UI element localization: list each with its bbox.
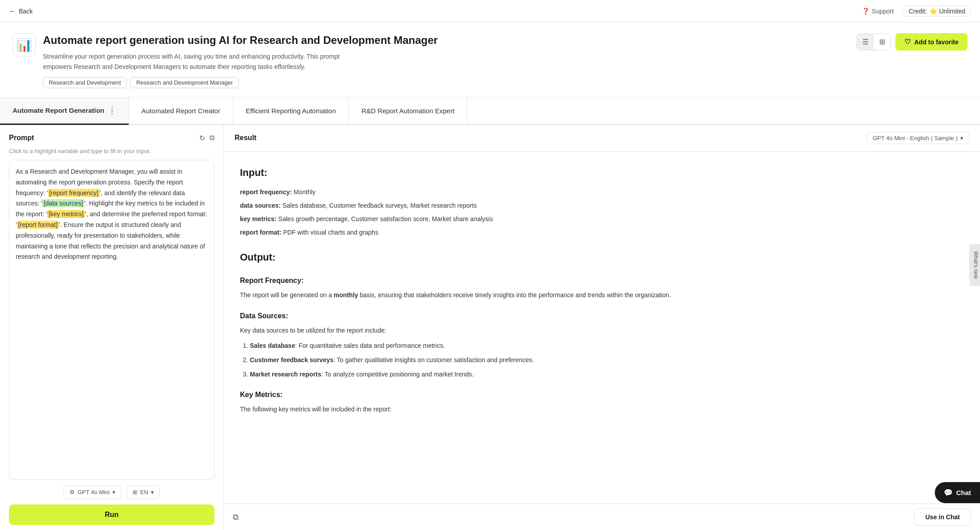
tag-manager[interactable]: Research and Development Manager [130, 77, 239, 88]
lang-selector[interactable]: ⊞ EN ▾ [127, 485, 160, 499]
main-layout: Prompt ↻ ⧉ Click to a highlight variable… [0, 125, 980, 530]
tabs-row: Automate Report Generation ⋮ Automated R… [0, 98, 980, 125]
refresh-button[interactable]: ↻ [199, 134, 205, 142]
var-report-frequency[interactable]: [report frequency] [48, 189, 100, 197]
copy-prompt-button[interactable]: ⧉ [210, 134, 214, 142]
input-val-keymetrics: Sales growth percentage, Customer satisf… [278, 215, 493, 222]
page-title: Automate report generation using AI for … [43, 33, 438, 47]
nav-right: ❓ Support Credit: ⭐ Unlimited [862, 5, 971, 17]
prompt-title-actions: ↻ ⧉ [199, 134, 214, 142]
data-sources-list: Sales database: For quantitative sales d… [240, 341, 964, 380]
tab-automated-report-creator[interactable]: Automated Report Creator [129, 98, 233, 124]
tags-row: Research and Development Research and De… [43, 77, 438, 88]
fav-label: Add to favorite [914, 38, 959, 46]
back-arrow-icon: ← [9, 7, 16, 15]
lang-label: EN [140, 489, 148, 496]
app-icon: 📊 [13, 33, 36, 56]
list-item: Sales database: For quantitative sales d… [250, 341, 964, 351]
report-frequency-body: The report will be generated on a monthl… [240, 290, 964, 301]
tab-label-creator: Automated Report Creator [141, 107, 220, 115]
use-chat-label: Use in Chat [925, 513, 960, 521]
key-metrics-heading: Key Metrics: [240, 389, 964, 401]
header-section: 📊 Automate report generation using AI fo… [0, 22, 980, 98]
var-key-metrics[interactable]: [key metrics] [47, 210, 85, 218]
bottom-bar: ⧉ Use in Chat [224, 504, 980, 530]
header-actions: ☰ ⊞ ♡ Add to favorite [856, 33, 967, 51]
tab-efficient-reporting[interactable]: Efficient Reporting Automation [233, 98, 349, 124]
prompt-title-label: Prompt [9, 134, 34, 142]
input-key-format: report format: [240, 229, 282, 236]
result-model-label: GPT 4o Mini - English ( Sample ) [873, 135, 958, 141]
heart-icon: ♡ [904, 38, 911, 46]
prompt-panel: Prompt ↻ ⧉ Click to a highlight variable… [0, 125, 224, 530]
star-icon: ⭐ [929, 8, 937, 15]
top-nav: ← Back ❓ Support Credit: ⭐ Unlimited [0, 0, 980, 22]
list-item: Customer feedback surveys: To gather qua… [250, 355, 964, 366]
model-chevron-icon: ▾ [112, 489, 116, 496]
report-frequency-heading: Report Frequency: [240, 274, 964, 286]
var-data-sources[interactable]: [data sources] [42, 199, 84, 207]
copy-result-button[interactable]: ⧉ [233, 513, 239, 522]
model-icon: ⚙ [69, 489, 75, 496]
use-in-chat-button[interactable]: Use in Chat [914, 509, 971, 526]
result-model-badge[interactable]: GPT 4o Mini - English ( Sample ) ▾ [867, 132, 969, 144]
credit-badge: Credit: ⭐ Unlimited [903, 5, 971, 17]
input-row-frequency: report frequency: Monthly [240, 187, 964, 198]
key-metrics-intro: The following key metrics will be includ… [240, 404, 964, 415]
app-icon-emoji: 📊 [17, 38, 32, 52]
input-val-frequency: Monthly [294, 188, 316, 196]
chat-icon: 💬 [944, 488, 953, 497]
lang-grid-icon: ⊞ [133, 489, 137, 496]
input-key-frequency: report frequency: [240, 188, 292, 196]
tag-research[interactable]: Research and Development [43, 77, 127, 88]
back-button[interactable]: ← Back [9, 7, 33, 15]
add-to-favorite-button[interactable]: ♡ Add to favorite [895, 33, 967, 51]
tab-label-efficient: Efficient Reporting Automation [246, 107, 336, 115]
lang-chevron-icon: ▾ [151, 489, 154, 496]
back-label: Back [19, 8, 33, 15]
var-report-format[interactable]: [report format] [17, 221, 59, 229]
run-button[interactable]: Run [9, 504, 214, 525]
input-heading: Input: [240, 164, 964, 181]
prompt-textarea[interactable]: As a Research and Development Manager, y… [9, 160, 214, 480]
list-view-button[interactable]: ☰ [857, 34, 874, 50]
view-toggle: ☰ ⊞ [856, 34, 891, 50]
page-description: Streamline your report generation proces… [43, 51, 356, 72]
chat-bubble[interactable]: 💬 Chat [935, 482, 980, 503]
prompt-footer: ⚙ GPT 4o Mini ▾ ⊞ EN ▾ [9, 485, 214, 499]
input-row-format: report format: PDF with visual charts an… [240, 227, 964, 238]
run-label: Run [105, 511, 119, 518]
result-title: Result [235, 134, 257, 142]
grid-view-button[interactable]: ⊞ [874, 34, 890, 50]
tab-rd-expert[interactable]: R&D Report Automation Expert [349, 98, 467, 124]
support-icon: ❓ [862, 8, 869, 15]
result-panel: Result GPT 4o Mini - English ( Sample ) … [224, 125, 980, 530]
support-link[interactable]: ❓ Support [862, 8, 894, 15]
model-label: GPT 4o Mini [77, 489, 110, 496]
result-model-chevron-icon: ▾ [960, 135, 963, 141]
input-row-keymetrics: key metrics: Sales growth percentage, Cu… [240, 214, 964, 225]
input-val-datasources: Sales database, Customer feedback survey… [282, 202, 477, 209]
input-row-datasources: data sources: Sales database, Customer f… [240, 201, 964, 211]
list-item: Market research reports: To analyze comp… [250, 369, 964, 380]
prompt-hint: Click to a highlight variable and type t… [9, 148, 214, 154]
data-sources-heading: Data Sources: [240, 310, 964, 322]
output-heading: Output: [240, 249, 964, 265]
tab-label-expert: R&D Report Automation Expert [361, 107, 454, 115]
prompt-panel-header: Prompt ↻ ⧉ [9, 134, 214, 142]
tab-more-icon[interactable]: ⋮ [108, 106, 116, 115]
result-header: Result GPT 4o Mini - English ( Sample ) … [224, 125, 980, 152]
tab-automate-report-generation[interactable]: Automate Report Generation ⋮ [0, 98, 129, 125]
whats-new-label: What's new [973, 251, 979, 279]
model-selector[interactable]: ⚙ GPT 4o Mini ▾ [64, 485, 121, 499]
copy-icon: ⧉ [233, 513, 239, 521]
input-val-format: PDF with visual charts and graphs [283, 229, 378, 236]
input-key-keymetrics: key metrics: [240, 215, 277, 222]
result-content: Input: report frequency: Monthly data so… [224, 152, 980, 530]
chat-label: Chat [956, 489, 971, 496]
whats-new-tab[interactable]: What's new [969, 244, 980, 286]
data-sources-intro: Key data sources to be utilized for the … [240, 325, 964, 336]
credit-label: Credit: [908, 8, 927, 15]
output-section: Output: Report Frequency: The report wil… [240, 249, 964, 415]
tab-label-automate: Automate Report Generation [13, 107, 104, 114]
